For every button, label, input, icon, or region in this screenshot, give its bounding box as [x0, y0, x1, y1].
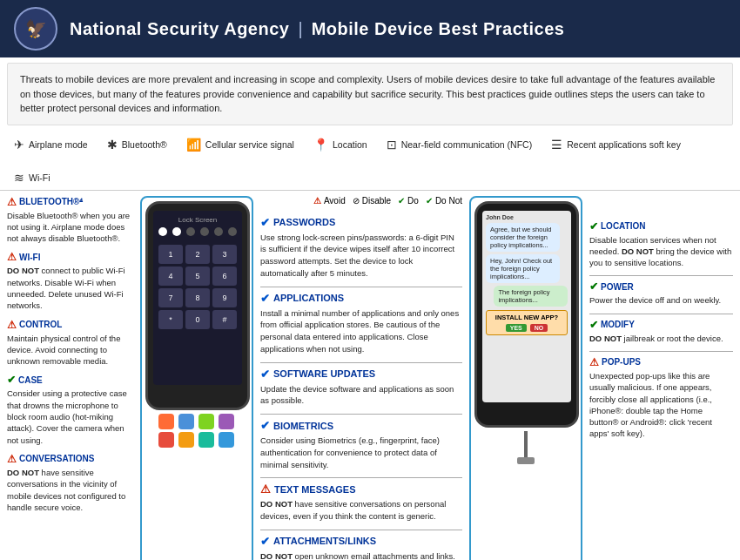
avoid-icon-text: ⚠ — [260, 482, 271, 496]
avoid-icon-control: ⚠ — [7, 319, 17, 331]
attachments-title: ✔ ATTACHMENTS/LINKS — [260, 535, 462, 548]
pin-dot-4 — [200, 227, 209, 236]
icons-row: ✈ Airplane mode ✱ Bluetooth® 📶 Cellular … — [0, 131, 740, 191]
text-messages-title: ⚠ TEXT MESSAGES — [260, 482, 462, 496]
divider-3 — [260, 414, 462, 415]
passwords-section: ✔ PASSWORDS Use strong lock-screen pins/… — [260, 216, 462, 280]
check-icon-modify: ✔ — [589, 319, 598, 331]
tip-popups: ⚠ POP-UPS Unexpected pop-ups like this a… — [589, 356, 733, 440]
phone-right-image: John Doe Agree, but we should consider t… — [474, 201, 579, 428]
legend-disable-label: Disable — [362, 196, 391, 206]
tip-bluetooth-title: ⚠ BLUETOOTH®⁴ — [7, 196, 133, 208]
location-label: Location — [333, 139, 367, 150]
app-icon-8 — [219, 432, 234, 448]
install-buttons: YES NO — [491, 324, 562, 332]
legend-disable: ⊘ Disable — [353, 196, 391, 206]
right-column: ✔ LOCATION Disable location services whe… — [589, 196, 733, 561]
app-icons-hint — [145, 414, 248, 448]
key-3: 3 — [212, 245, 237, 264]
legend-avoid: ⚠ Avoid — [313, 196, 346, 206]
app-icon-6 — [178, 432, 194, 448]
key-6: 6 — [212, 267, 237, 286]
key-4: 4 — [158, 267, 183, 286]
donot-symbol: ✔ — [426, 196, 433, 206]
phone-keypad: 1 2 3 4 5 6 7 8 9 * 0 # — [158, 245, 237, 329]
check-icon-bio: ✔ — [260, 419, 270, 432]
legend-row: ⚠ Avoid ⊘ Disable ✔ Do ✔ Do Not — [313, 196, 462, 206]
nsa-logo: 🦅 — [14, 7, 57, 51]
tip-power-title: ✔ POWER — [589, 280, 733, 293]
divider-4 — [260, 477, 462, 478]
key-star: * — [158, 310, 183, 329]
install-no-button: NO — [530, 324, 548, 332]
phone-lock-dots — [158, 227, 237, 236]
disable-symbol: ⊘ — [353, 196, 360, 206]
divider-2 — [260, 362, 462, 363]
right-divider-2 — [589, 314, 733, 314]
text-messages-text: DO NOT have sensitive conversations on p… — [260, 498, 462, 523]
tip-location: ✔ LOCATION Disable location services whe… — [589, 220, 733, 269]
applications-title: ✔ APPLICATIONS — [260, 292, 462, 305]
key-5: 5 — [185, 267, 210, 286]
pin-dot-3 — [186, 227, 195, 236]
icon-nfc: ⊡ Near-field communication (NFC) — [387, 138, 533, 152]
check-icon-passwords: ✔ — [260, 216, 270, 229]
tip-wifi-text: DO NOT connect to public Wi-Fi networks.… — [7, 265, 133, 311]
header: 🦅 National Security Agency | Mobile Devi… — [0, 0, 740, 57]
usb-cable-hint — [474, 431, 577, 464]
check-icon-power: ✔ — [589, 280, 598, 293]
avoid-symbol: ⚠ — [313, 196, 321, 206]
check-icon-attach: ✔ — [260, 535, 270, 548]
text-messages-section: ⚠ TEXT MESSAGES DO NOT have sensitive co… — [260, 482, 462, 523]
tip-location-title: ✔ LOCATION — [589, 220, 733, 233]
tip-location-text: Disable location services when not neede… — [589, 234, 733, 269]
pin-dot-6 — [228, 227, 237, 236]
tip-wifi: ⚠ WI-FI DO NOT connect to public Wi-Fi n… — [7, 251, 133, 311]
check-icon-case: ✔ — [7, 374, 16, 386]
check-icon-sw: ✔ — [260, 368, 270, 381]
header-agency: National Security Agency — [70, 19, 289, 39]
phone-right-screen: John Doe Agree, but we should consider t… — [482, 211, 571, 402]
legend-avoid-label: Avoid — [324, 196, 346, 206]
tip-wifi-title: ⚠ WI-FI — [7, 251, 133, 263]
install-popup-banner: INSTALL NEW APP? YES NO — [486, 310, 568, 335]
biometrics-text: Consider using Biometrics (e.g., fingerp… — [260, 435, 462, 470]
center-column: ⚠ Avoid ⊘ Disable ✔ Do ✔ Do Not — [260, 196, 462, 561]
passwords-title: ✔ PASSWORDS — [260, 216, 462, 229]
biometrics-title: ✔ BIOMETRICS — [260, 419, 462, 432]
tip-power: ✔ POWER Power the device off and on week… — [589, 280, 733, 306]
tip-modify-text: DO NOT jailbreak or root the device. — [589, 333, 733, 344]
phone-left-image: Lock Screen 1 2 3 4 5 6 7 8 — [145, 201, 250, 410]
wifi-label: Wi-Fi — [29, 172, 50, 183]
tip-case-title: ✔ CASE — [7, 374, 133, 386]
tip-conversations-title: ⚠ CONVERSATIONS — [7, 453, 133, 465]
bluetooth-label: Bluetooth® — [122, 139, 167, 150]
app-icon-2 — [178, 414, 194, 429]
recent-apps-label: Recent applications soft key — [567, 139, 681, 150]
right-divider-1 — [589, 275, 733, 276]
tip-control: ⚠ CONTROL Maintain physical control of t… — [7, 319, 133, 368]
software-text: Update the device software and applicati… — [260, 383, 462, 408]
applications-text: Install a minimal number of applications… — [260, 307, 462, 355]
tip-popups-title: ⚠ POP-UPS — [589, 356, 733, 368]
nsa-logo-symbol: 🦅 — [25, 18, 47, 39]
legend-donot-label: Do Not — [435, 196, 462, 206]
icon-location: 📍 Location — [313, 138, 367, 152]
icon-wifi: ≋ Wi-Fi — [14, 171, 50, 185]
app-icon-7 — [198, 432, 214, 448]
usb-connector — [517, 457, 535, 464]
avoid-icon-wifi: ⚠ — [7, 251, 17, 263]
pin-dot-2 — [172, 227, 181, 236]
tip-bluetooth-text: Disable Bluetooth® when you are not usin… — [7, 210, 133, 245]
attachments-text: DO NOT open unknown email attachments an… — [260, 550, 462, 560]
tip-case-text: Consider using a protective case that dr… — [7, 388, 133, 445]
software-updates-section: ✔ SOFTWARE UPDATES Update the device sof… — [260, 368, 462, 408]
nfc-icon: ⊡ — [387, 138, 397, 152]
icon-cellular: 📶 Cellular service signal — [186, 138, 294, 152]
avoid-icon-popup: ⚠ — [589, 356, 599, 368]
avoid-icon: ⚠ — [7, 196, 17, 208]
chat-bubble-1: Agree, but we should consider the foreig… — [486, 223, 560, 252]
tip-bluetooth: ⚠ BLUETOOTH®⁴ Disable Bluetooth® when yo… — [7, 196, 133, 245]
nfc-label: Near-field communication (NFC) — [401, 139, 533, 150]
left-column: ⚠ BLUETOOTH®⁴ Disable Bluetooth® when yo… — [7, 196, 133, 561]
